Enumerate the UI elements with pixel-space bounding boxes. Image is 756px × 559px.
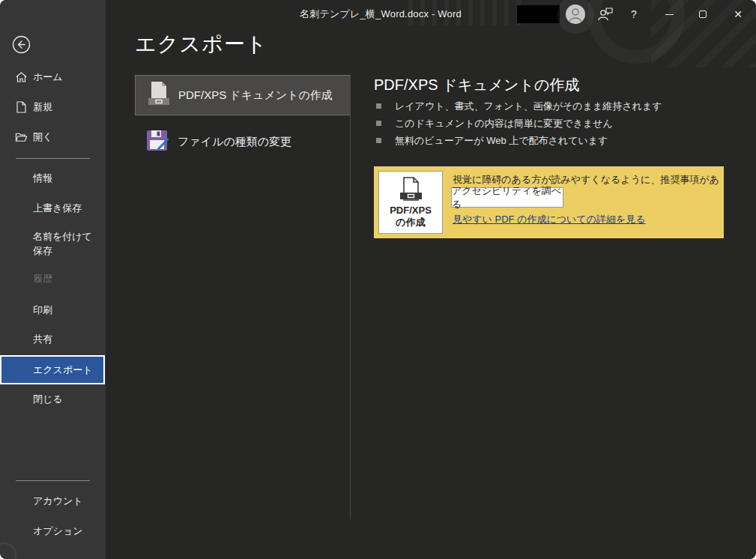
create-pdf-xps-button[interactable]: PDF/XPS の作成 [378,171,443,234]
sidebar-divider [16,480,90,481]
maximize-icon [699,10,707,18]
sidebar-item-options[interactable]: オプション [0,521,106,542]
create-button-label-line2: の作成 [396,217,425,229]
account-name-redacted[interactable] [517,5,560,23]
sidebar-item-label: 上書き保存 [33,202,82,215]
sidebar-item-open[interactable]: 開く [0,127,106,148]
accessible-pdf-details-link[interactable]: 見やすい PDF の作成についての詳細を見る [453,213,646,226]
minimize-button[interactable] [654,0,684,28]
sidebar-item-label: エクスポート [33,363,93,377]
minimize-icon [665,14,674,15]
export-option-label: ファイルの種類の変更 [178,135,291,149]
new-document-icon [15,101,28,114]
panel-divider [350,75,351,519]
pdf-xps-document-icon [146,80,172,110]
accessibility-banner: PDF/XPS の作成 視覚に障碍のある方が読みやすくなるように、推奨事項があり… [374,166,724,238]
word-backstage-window: 名刺テンプレ_横_Word.docx - Word ? ✕ [0,0,756,559]
window-title: 名刺テンプレ_横_Word.docx - Word [300,7,462,21]
close-icon: ✕ [734,8,743,20]
page-title: エクスポート [135,30,267,58]
bullet-text: 無料のビューアーが Web 上で配布されています [395,135,608,146]
sidebar-item-label: オプション [33,525,83,538]
home-icon [15,71,28,84]
sidebar-item-label: 共有 [33,333,52,346]
sidebar-item-label: 情報 [33,172,52,185]
bullet-square-icon [376,121,381,126]
close-button[interactable]: ✕ [723,0,753,28]
backstage-sidebar: ホーム 新規 開く 情報 上書き保存 名前を付けて保存 履歴 [0,0,106,559]
back-arrow-icon [12,35,31,54]
help-button[interactable]: ? [619,0,649,28]
export-option-change-file-type[interactable]: ファイルの種類の変更 [135,121,351,162]
back-button[interactable] [12,35,31,54]
export-option-pdf-xps[interactable]: PDF/XPS ドキュメントの作成 [135,75,351,115]
feature-bullet-list: レイアウト、書式、フォント、画像がそのまま維持されます このドキュメントの内容は… [374,97,662,149]
sidebar-item-close-document[interactable]: 閉じる [0,389,106,410]
sidebar-item-home[interactable]: ホーム [0,67,106,88]
sidebar-decor-arc [0,543,16,559]
sidebar-divider [16,158,90,159]
sidebar-item-history: 履歴 [0,268,106,289]
bullet-text: このドキュメントの内容は簡単に変更できません [395,118,613,129]
feedback-icon [597,7,614,22]
bullet-item: 無料のビューアーが Web 上で配布されています [374,132,662,149]
bullet-item: レイアウト、書式、フォント、画像がそのまま維持されます [374,97,662,115]
sidebar-item-export[interactable]: エクスポート [0,355,105,384]
sidebar-item-save[interactable]: 上書き保存 [0,198,106,219]
create-pdf-xps-icon [398,176,423,205]
check-accessibility-button[interactable]: アクセシビリティを調べる [451,187,563,208]
create-button-label-line1: PDF/XPS [390,205,432,217]
feedback-button[interactable] [590,0,620,28]
bullet-square-icon [376,138,381,143]
sidebar-item-save-as[interactable]: 名前を付けて保存 [0,226,106,262]
sidebar-item-label: 履歴 [33,272,52,285]
sidebar-item-label: 閉じる [33,393,63,406]
sidebar-item-label: 開く [33,130,52,144]
sidebar-item-info[interactable]: 情報 [0,168,106,189]
bullet-square-icon [376,103,381,109]
sidebar-item-label: ホーム [33,70,63,84]
bullet-text: レイアウト、書式、フォント、画像がそのまま維持されます [395,100,662,112]
sidebar-item-new[interactable]: 新規 [0,97,106,118]
sidebar-item-share[interactable]: 共有 [0,329,106,350]
panel-title: PDF/XPS ドキュメントの作成 [374,75,579,95]
sidebar-item-print[interactable]: 印刷 [0,300,106,321]
avatar[interactable] [566,4,585,24]
bullet-item: このドキュメントの内容は簡単に変更できません [374,115,662,132]
export-option-label: PDF/XPS ドキュメントの作成 [178,88,333,103]
change-file-type-icon [145,127,171,157]
sidebar-item-label: 名前を付けて保存 [33,231,92,256]
sidebar-item-account[interactable]: アカウント [0,491,106,512]
sidebar-item-label: 新規 [33,100,52,114]
person-icon [566,4,585,24]
open-folder-icon [15,131,28,144]
maximize-button[interactable] [688,0,718,28]
sidebar-item-label: アカウント [33,495,83,508]
sidebar-item-label: 印刷 [33,303,52,317]
help-icon: ? [631,8,637,20]
